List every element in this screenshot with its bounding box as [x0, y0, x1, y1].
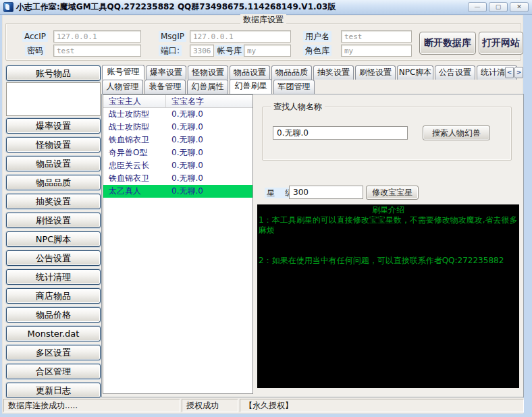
window-title: 小志工作室:魔域GM工具QQ.272235882 QQ群73498675.114…: [16, 1, 336, 13]
sidebar-item-spawn[interactable]: 刷怪设置: [6, 213, 101, 228]
db-settings-panel: 数据库设置 AccIP MsgIP 用户名 密码 端口: 帐号库 角色库 断开数…: [5, 23, 521, 61]
title-bar[interactable]: 小志工作室:魔域GM工具QQ.272235882 QQ群73498675.114…: [0, 0, 532, 15]
sidebar-item-lottery[interactable]: 抽奖设置: [6, 194, 101, 209]
window-body: 数据库设置 AccIP MsgIP 用户名 密码 端口: 帐号库 角色库 断开数…: [2, 15, 523, 414]
window-controls: — ▢ ✕: [468, 2, 529, 12]
port-label: 端口:: [159, 45, 182, 56]
sidebar-item-zone-merge[interactable]: 合区管理: [6, 364, 101, 379]
sidebar-item-multi-zone[interactable]: 多区设置: [6, 345, 101, 360]
username-input[interactable]: [341, 30, 412, 43]
disconnect-db-button[interactable]: 断开数据库: [419, 32, 476, 55]
tab-scroll-right-icon[interactable]: >: [514, 67, 523, 78]
pet-owner: 战士攻防型: [103, 108, 166, 121]
tab-spawn[interactable]: 刷怪设置: [355, 65, 396, 80]
tab-pet-star[interactable]: 幻兽刷星: [230, 79, 272, 94]
console-line-2: 2：如果在使用当中有任何问题，可以直接联系作者QQ:272235882: [259, 256, 518, 266]
accip-input[interactable]: [53, 30, 141, 43]
search-pet-button[interactable]: 搜索人物幻兽: [423, 126, 490, 140]
pet-name: 0.无聊.0: [166, 121, 252, 134]
tab-account-mgmt[interactable]: 账号管理: [102, 65, 144, 80]
open-website-button[interactable]: 打开网站: [479, 32, 523, 55]
sidebar-item-stats-cleanup[interactable]: 统计清理: [6, 269, 101, 285]
console-title: 刷星介绍: [259, 205, 518, 215]
tab-drop-rate[interactable]: 爆率设置: [146, 65, 186, 80]
sidebar-item-monster-dat[interactable]: Monster.dat: [6, 326, 101, 341]
pet-list[interactable]: 宝宝主人 宝宝名字 战士攻防型 0.无聊.0 战士攻防型 0.无聊.0 铁血锦衣…: [103, 94, 253, 394]
port-input[interactable]: [190, 45, 214, 57]
sidebar-item-monster[interactable]: 怪物设置: [6, 137, 101, 152]
tab-monster-settings[interactable]: 怪物设置: [188, 65, 228, 80]
pet-name: 0.无聊.0: [166, 185, 252, 198]
role-db-label: 角色库: [303, 45, 331, 56]
pet-owner: 铁血锦衣卫: [103, 134, 166, 146]
tab-equipment-mgmt[interactable]: 装备管理: [144, 80, 186, 94]
search-panel-title: 查找人物名称: [271, 101, 325, 113]
sidebar-item-drop-rate[interactable]: 爆率设置: [6, 118, 101, 134]
pet-owner: 铁血锦衣卫: [103, 172, 166, 185]
pet-owner: 忠臣关云长: [103, 159, 166, 172]
sidebar-item-account-items[interactable]: 账号物品: [6, 65, 101, 81]
pet-list-row[interactable]: 奇异兽O型 0.无聊.0: [103, 146, 252, 159]
tab-announcement[interactable]: 公告设置: [435, 65, 475, 80]
pet-name: 0.无聊.0: [166, 146, 252, 159]
tab-item-settings[interactable]: 物品设置: [230, 65, 270, 80]
maximize-icon[interactable]: ▢: [489, 2, 508, 12]
column-header-name[interactable]: 宝宝名字: [166, 95, 252, 107]
db-settings-title: 数据库设置: [240, 14, 286, 26]
pet-owner: 战士攻防型: [103, 121, 166, 134]
pet-star-tab-page: 宝宝主人 宝宝名字 战士攻防型 0.无聊.0 战士攻防型 0.无聊.0 铁血锦衣…: [101, 94, 524, 397]
sidebar-item-item-quality[interactable]: 物品品质: [6, 175, 101, 190]
accip-label: AccIP: [22, 31, 48, 42]
column-header-owner[interactable]: 宝宝主人: [103, 95, 166, 107]
pet-list-row[interactable]: 铁血锦衣卫 0.无聊.0: [103, 134, 252, 146]
tab-lottery[interactable]: 抽奖设置: [313, 65, 354, 80]
sidebar-item-item-prices[interactable]: 物品价格: [6, 307, 101, 323]
tab-legion-mgmt[interactable]: 军团管理: [273, 80, 315, 94]
pet-name: 0.无聊.0: [166, 159, 252, 172]
status-auth: 授权成功: [182, 399, 238, 412]
username-label: 用户名: [303, 31, 331, 42]
tab-item-quality[interactable]: 物品品质: [271, 65, 312, 80]
modify-pet-star-button[interactable]: 修改宝宝星: [366, 186, 419, 200]
tab-character-mgmt[interactable]: 人物管理: [102, 80, 143, 94]
star-level-input[interactable]: [289, 186, 363, 199]
close-icon[interactable]: ✕: [510, 2, 529, 12]
status-license: 【永久授权】: [240, 399, 524, 412]
sidebar-item-update-log[interactable]: 更新日志: [6, 383, 101, 398]
pet-list-row-selected[interactable]: 太乙真人 0.无聊.0: [103, 185, 252, 198]
console-line-1: 1：本工具刷星的可以直接修改宝宝星数，不需要修改物攻魔攻,省去很多麻烦: [259, 215, 518, 235]
pet-list-row[interactable]: 战士攻防型 0.无聊.0: [103, 121, 252, 134]
password-label: 密码: [25, 45, 45, 56]
tab-pet-attributes[interactable]: 幻兽属性: [187, 80, 228, 94]
search-character-input[interactable]: [273, 126, 408, 140]
tab-npc-script[interactable]: NPC脚本: [397, 65, 433, 80]
pet-name: 0.无聊.0: [166, 172, 252, 185]
pet-name: 0.无聊.0: [166, 134, 252, 146]
pet-owner: 奇异兽O型: [103, 146, 166, 159]
minimize-icon[interactable]: —: [468, 2, 487, 12]
sidebar-item-shop-items[interactable]: 商店物品: [6, 288, 101, 304]
msgip-label: MsgIP: [159, 31, 186, 42]
account-db-label: 帐号库: [215, 45, 244, 56]
status-db-connection: 数据库连接成功.....: [3, 399, 180, 412]
account-db-input[interactable]: [244, 45, 291, 57]
app-icon: [3, 2, 14, 12]
pet-list-header: 宝宝主人 宝宝名字: [103, 95, 252, 108]
msgip-input[interactable]: [190, 30, 291, 43]
sidebar-item-npc-script[interactable]: NPC脚本: [6, 231, 101, 247]
pet-list-row[interactable]: 战士攻防型 0.无聊.0: [103, 108, 252, 121]
star-info-console: 刷星介绍 1：本工具刷星的可以直接修改宝宝星数，不需要修改物攻魔攻,省去很多麻烦…: [257, 204, 519, 388]
pet-list-row[interactable]: 铁血锦衣卫 0.无聊.0: [103, 172, 252, 185]
role-db-input[interactable]: [341, 45, 412, 57]
sidebar-account-listbox[interactable]: [6, 82, 101, 116]
pet-name: 0.无聊.0: [166, 108, 252, 121]
tab-scroll-left-icon[interactable]: <: [505, 67, 514, 78]
sidebar-item-announcement[interactable]: 公告设置: [6, 250, 101, 266]
pet-owner: 太乙真人: [103, 185, 166, 198]
pet-list-row[interactable]: 忠臣关云长 0.无聊.0: [103, 159, 252, 172]
search-character-panel: 查找人物名称 搜索人物幻兽: [262, 107, 512, 161]
password-input[interactable]: [53, 45, 141, 57]
sidebar-item-item-settings[interactable]: 物品设置: [6, 156, 101, 171]
status-bar: 数据库连接成功..... 授权成功 【永久授权】: [3, 398, 524, 413]
